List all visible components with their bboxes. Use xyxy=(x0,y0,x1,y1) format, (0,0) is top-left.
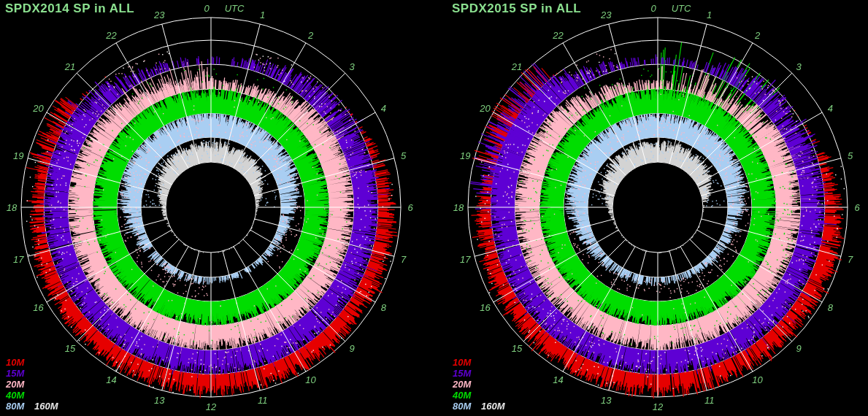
dual-polar-chart-stage: SPDX2014 SP in ALL SPDX2015 SP in ALL 01… xyxy=(0,0,868,416)
polar-activity-charts-canvas xyxy=(0,0,868,416)
